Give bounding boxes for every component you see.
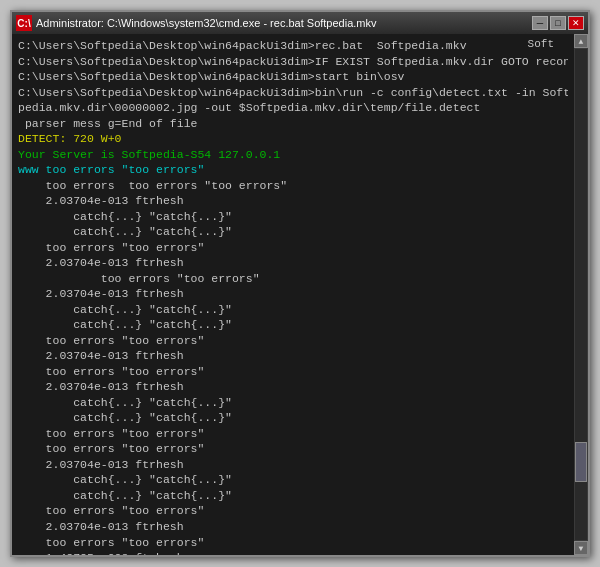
terminal[interactable]: C:\Users\Softpedia\Desktop\win64packUi3d… bbox=[12, 34, 574, 555]
maximize-button[interactable]: □ bbox=[550, 16, 566, 30]
cmd-window: C:\ Administrator: C:\Windows\system32\c… bbox=[10, 10, 590, 557]
minimize-button[interactable]: ─ bbox=[532, 16, 548, 30]
scrollbar-thumb[interactable] bbox=[575, 442, 587, 482]
close-button[interactable]: ✕ bbox=[568, 16, 584, 30]
scrollbar-track[interactable] bbox=[575, 49, 587, 540]
soft-label: Soft bbox=[528, 38, 554, 50]
scroll-down-button[interactable]: ▼ bbox=[574, 541, 588, 555]
window-controls: ─ □ ✕ bbox=[532, 16, 584, 30]
title-bar: C:\ Administrator: C:\Windows\system32\c… bbox=[12, 12, 588, 34]
window-title: Administrator: C:\Windows\system32\cmd.e… bbox=[36, 17, 377, 29]
scrollbar: ▲ ▼ bbox=[574, 34, 588, 555]
content-area: C:\Users\Softpedia\Desktop\win64packUi3d… bbox=[12, 34, 588, 555]
terminal-output: C:\Users\Softpedia\Desktop\win64packUi3d… bbox=[18, 38, 568, 555]
title-bar-left: C:\ Administrator: C:\Windows\system32\c… bbox=[16, 15, 377, 31]
scroll-up-button[interactable]: ▲ bbox=[574, 34, 588, 48]
cmd-icon: C:\ bbox=[16, 15, 32, 31]
